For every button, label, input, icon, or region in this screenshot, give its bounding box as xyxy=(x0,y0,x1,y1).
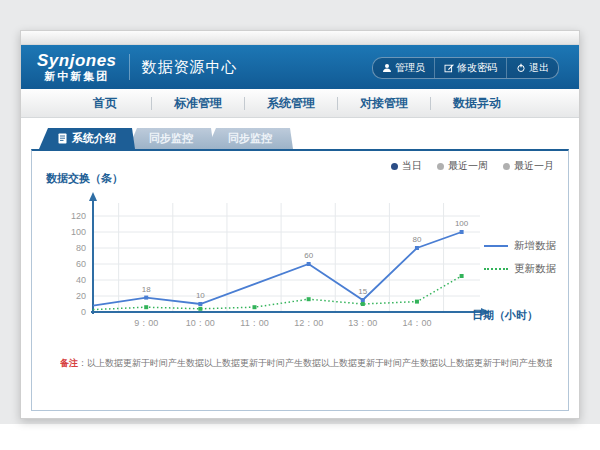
range-label: 最近一周 xyxy=(448,159,488,173)
tab-label: 同步监控 xyxy=(228,131,272,146)
tab-bar: 系统介绍 同步监控 同步监控 xyxy=(39,128,286,149)
range-label: 当日 xyxy=(402,159,422,173)
svg-text:20: 20 xyxy=(76,291,86,301)
logout-label: 退出 xyxy=(529,61,549,75)
legend-label: 新增数据 xyxy=(514,239,556,253)
radio-dot xyxy=(503,163,510,170)
tab-sync-monitor-1[interactable]: 同步监控 xyxy=(128,128,214,149)
svg-text:18: 18 xyxy=(142,285,151,294)
svg-text:100: 100 xyxy=(455,219,469,228)
chart-legend: 新增数据 更新数据 xyxy=(484,239,556,285)
range-radio-last-month[interactable]: 最近一月 xyxy=(503,159,554,173)
app-title: 数据资源中心 xyxy=(142,58,238,77)
svg-text:0: 0 xyxy=(81,307,86,317)
app-header: Synjones 新中新集团 数据资源中心 管理员 修改密码 xyxy=(21,45,579,89)
y-axis-label: 数据交换（条） xyxy=(46,171,123,186)
brand-logo[interactable]: Synjones 新中新集团 xyxy=(37,51,117,83)
user-menu: 管理员 修改密码 退出 xyxy=(372,57,559,79)
footnote-text: ：以上数据更新于时间产生数据以上数据更新于时间产生数据以上数据更新于时间产生数据… xyxy=(78,358,552,368)
radio-dot xyxy=(391,163,398,170)
tab-label: 系统介绍 xyxy=(72,131,116,146)
svg-text:80: 80 xyxy=(412,235,421,244)
svg-text:14：00: 14：00 xyxy=(402,318,431,328)
window-top-strip xyxy=(21,31,579,45)
change-password-button[interactable]: 修改密码 xyxy=(434,58,506,78)
nav-item-data-change[interactable]: 数据异动 xyxy=(431,95,523,112)
user-button[interactable]: 管理员 xyxy=(373,58,434,78)
brand-name: Synjones xyxy=(37,51,117,71)
svg-text:60: 60 xyxy=(304,251,313,260)
range-radio-last-week[interactable]: 最近一周 xyxy=(437,159,488,173)
line-chart: 0204060801001209：0010：0011：0012：0013：001… xyxy=(38,187,498,339)
person-icon xyxy=(382,63,392,73)
brand-chinese-name: 新中新集团 xyxy=(37,70,117,83)
main-nav: 首页 标准管理 系统管理 对接管理 数据异动 xyxy=(21,89,579,118)
nav-item-system-mgmt[interactable]: 系统管理 xyxy=(245,95,337,112)
tab-label: 同步监控 xyxy=(149,131,193,146)
range-label: 最近一月 xyxy=(514,159,554,173)
svg-text:10：00: 10：00 xyxy=(186,318,215,328)
svg-text:80: 80 xyxy=(76,243,86,253)
svg-text:12：00: 12：00 xyxy=(294,318,323,328)
radio-dot xyxy=(437,163,444,170)
x-axis-label: 日期（小时） xyxy=(472,308,538,323)
legend-item-updated-data[interactable]: 更新数据 xyxy=(484,262,556,276)
document-icon xyxy=(58,133,67,144)
svg-text:40: 40 xyxy=(76,275,86,285)
range-radio-today[interactable]: 当日 xyxy=(391,159,422,173)
nav-item-home[interactable]: 首页 xyxy=(59,95,151,112)
app-window: Synjones 新中新集团 数据资源中心 管理员 修改密码 xyxy=(20,30,580,419)
svg-text:11：00: 11：00 xyxy=(240,318,268,328)
legend-item-new-data[interactable]: 新增数据 xyxy=(484,239,556,253)
footnote: 备注：以上数据更新于时间产生数据以上数据更新于时间产生数据以上数据更新于时间产生… xyxy=(60,357,552,370)
svg-text:120: 120 xyxy=(71,211,86,221)
header-divider xyxy=(129,54,130,80)
svg-text:100: 100 xyxy=(71,227,86,237)
change-password-label: 修改密码 xyxy=(457,61,497,75)
nav-item-interface-mgmt[interactable]: 对接管理 xyxy=(338,95,430,112)
footnote-label: 备注 xyxy=(60,358,78,368)
svg-text:9：00: 9：00 xyxy=(134,318,158,328)
svg-text:60: 60 xyxy=(76,259,86,269)
svg-text:15: 15 xyxy=(358,287,367,296)
edit-icon xyxy=(444,63,454,73)
svg-text:13：00: 13：00 xyxy=(348,318,377,328)
logout-button[interactable]: 退出 xyxy=(506,58,558,78)
user-name: 管理员 xyxy=(395,61,425,75)
legend-line-sample-solid xyxy=(484,245,508,247)
power-icon xyxy=(516,63,526,73)
legend-label: 更新数据 xyxy=(514,262,556,276)
tab-system-intro[interactable]: 系统介绍 xyxy=(39,128,135,149)
legend-line-sample-dotted xyxy=(484,268,508,270)
svg-text:10: 10 xyxy=(196,291,205,300)
range-radio-group: 当日 最近一周 最近一月 xyxy=(391,159,554,173)
content-panel: 当日 最近一周 最近一月 数据交换（条） 0204060801001209：00… xyxy=(31,149,569,411)
nav-item-standard-mgmt[interactable]: 标准管理 xyxy=(152,95,244,112)
tab-sync-monitor-2[interactable]: 同步监控 xyxy=(207,128,293,149)
